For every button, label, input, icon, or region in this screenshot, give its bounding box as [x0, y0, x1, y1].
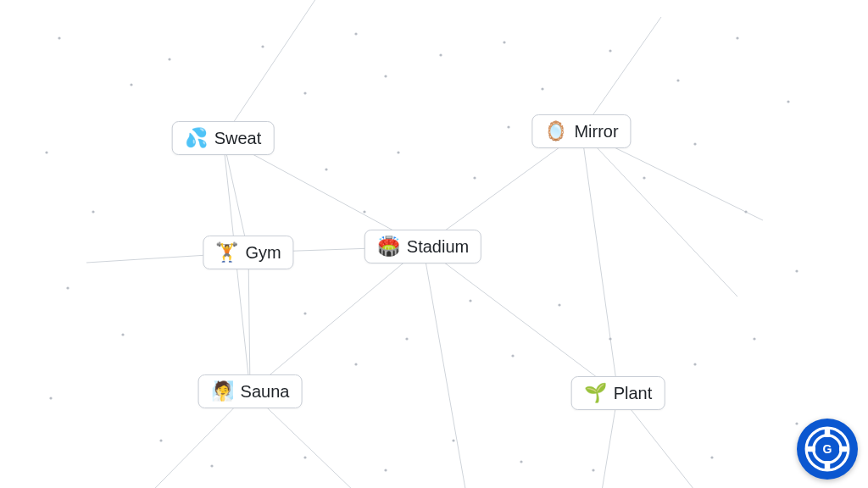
background-dot	[405, 337, 408, 340]
svg-rect-3	[825, 461, 830, 469]
element-node-label: Mirror	[574, 123, 618, 140]
background-dot	[384, 75, 387, 77]
background-dot	[58, 36, 60, 39]
background-dot	[261, 45, 264, 47]
svg-rect-4	[807, 446, 815, 452]
background-dot	[736, 36, 738, 39]
element-node-sweat[interactable]: 💦Sweat	[172, 121, 275, 155]
background-dot	[303, 312, 306, 314]
graph-edge	[581, 131, 618, 393]
background-dot	[795, 422, 798, 424]
background-dot	[520, 460, 522, 463]
background-dot	[744, 210, 747, 213]
element-node-label: Sauna	[241, 383, 290, 400]
background-dot	[92, 210, 94, 213]
element-node-label: Gym	[245, 244, 281, 261]
background-dot	[469, 299, 471, 302]
background-dot	[354, 363, 357, 365]
background-dot	[384, 469, 387, 471]
graph-edge	[423, 247, 618, 393]
background-dot	[303, 92, 306, 94]
graph-edge	[223, 0, 326, 138]
element-node-label: Stadium	[407, 238, 469, 255]
svg-text:G: G	[823, 442, 832, 456]
mirror-icon: 🪞	[544, 122, 567, 141]
background-dot	[397, 151, 399, 153]
background-dot	[795, 269, 798, 272]
background-dot	[159, 439, 162, 441]
graph-edge	[581, 131, 737, 297]
svg-rect-2	[825, 429, 830, 437]
background-dot	[676, 79, 679, 81]
background-dot	[753, 337, 755, 340]
background-dot	[168, 58, 170, 60]
background-dot	[303, 456, 306, 458]
background-dot	[354, 32, 357, 35]
background-dot	[210, 464, 213, 467]
graph-edge	[248, 252, 250, 391]
background-dot	[49, 396, 52, 399]
background-dot	[452, 439, 454, 441]
background-dot	[363, 210, 365, 213]
background-dot	[325, 168, 327, 170]
element-node-stadium[interactable]: 🏟️Stadium	[364, 230, 481, 263]
background-dot	[693, 142, 696, 145]
background-dot	[592, 469, 594, 471]
sauna-icon: 🧖	[211, 382, 234, 401]
element-node-gym[interactable]: 🏋️Gym	[203, 236, 293, 269]
element-node-label: Sweat	[214, 130, 262, 147]
plant-icon: 🌱	[584, 384, 607, 402]
background-dot	[121, 333, 124, 336]
background-dot	[66, 286, 69, 289]
background-dot	[507, 125, 509, 128]
sweat-icon: 💦	[185, 129, 208, 147]
background-dot	[710, 456, 713, 458]
background-dot	[558, 303, 560, 306]
element-node-mirror[interactable]: 🪞Mirror	[531, 114, 631, 148]
background-dot	[787, 100, 789, 103]
graph-edge	[423, 247, 475, 488]
background-dot	[503, 41, 505, 43]
background-dot	[439, 53, 442, 56]
background-dot	[130, 83, 132, 86]
gym-icon: 🏋️	[215, 243, 238, 262]
background-dot	[643, 176, 645, 179]
element-node-label: Plant	[614, 385, 653, 402]
background-dot	[541, 87, 543, 90]
background-dot	[45, 151, 47, 153]
svg-rect-5	[839, 446, 848, 452]
site-watermark-logo: G	[797, 419, 858, 480]
background-dot	[609, 49, 611, 52]
background-dot	[473, 176, 476, 179]
background-dot	[609, 337, 611, 340]
element-node-plant[interactable]: 🌱Plant	[571, 376, 665, 410]
element-node-sauna[interactable]: 🧖Sauna	[198, 374, 303, 408]
background-dot	[511, 354, 514, 357]
background-dot	[693, 363, 696, 365]
stadium-icon: 🏟️	[377, 237, 400, 256]
